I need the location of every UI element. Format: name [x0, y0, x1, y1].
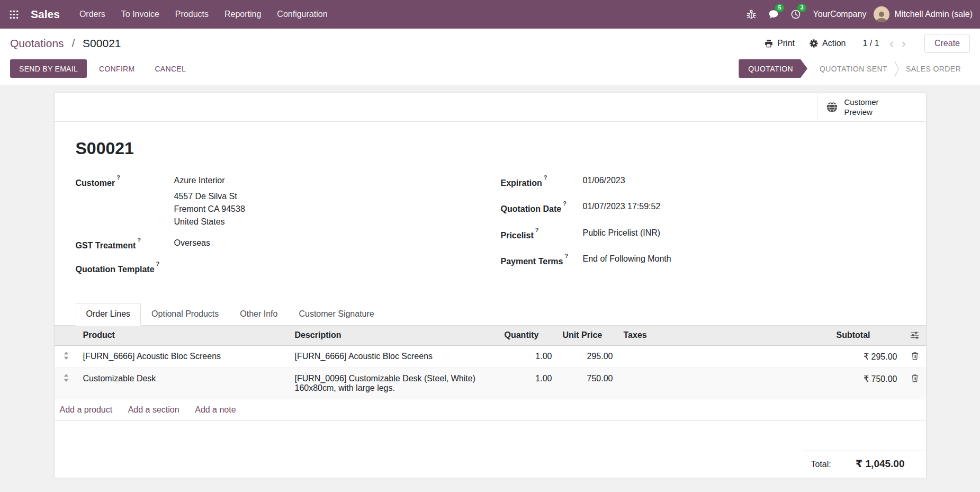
pricelist-label: Pricelist?	[501, 227, 583, 242]
gear-icon	[810, 39, 818, 48]
user-avatar	[874, 6, 889, 22]
quantity-column-header: Quantity	[499, 326, 558, 346]
pager-previous-icon[interactable]: ‹	[886, 38, 898, 49]
status-step-quotation-sent[interactable]: QUOTATION SENT	[811, 59, 896, 78]
control-panel-actions: Print Action 1 / 1 ‹	[750, 34, 970, 53]
line-subtotal-cell: ₹ 295.00	[831, 346, 903, 368]
nav-item-products[interactable]: Products	[167, 0, 217, 29]
apps-menu-button[interactable]	[0, 0, 28, 29]
statusbar: QUOTATION QUOTATION SENT SALES ORDER	[739, 59, 970, 78]
line-product-cell[interactable]: Customizable Desk	[78, 368, 290, 399]
quotation-date-label: Quotation Date?	[501, 200, 583, 216]
tab-optional-products[interactable]: Optional Products	[141, 303, 229, 325]
bug-icon	[746, 9, 757, 20]
line-product-cell[interactable]: [FURN_6666] Acoustic Bloc Screens	[78, 346, 290, 368]
help-marker: ?	[564, 253, 568, 259]
navbar-systray: 5 3 YourCompany Mitchell Admin (sale)	[740, 0, 980, 29]
apps-grid-icon	[10, 10, 19, 19]
line-description-cell[interactable]: [FURN_0096] Customizable Desk (Steel, Wh…	[290, 368, 499, 399]
drag-handle-icon	[60, 352, 73, 360]
field-expiration: Expiration? 01/06/2023	[501, 174, 905, 190]
activities-badge: 3	[797, 4, 806, 12]
expiration-value[interactable]: 01/06/2023	[583, 174, 625, 190]
customer-value[interactable]: Azure Interior 4557 De Silva St Fremont …	[174, 174, 245, 228]
line-quantity-cell[interactable]: 1.00	[499, 368, 558, 399]
add-a-product-link[interactable]: Add a product	[60, 405, 113, 414]
drag-handle[interactable]	[55, 368, 78, 399]
pricelist-value[interactable]: Public Pricelist (INR)	[583, 227, 661, 242]
optional-columns-button[interactable]	[903, 326, 927, 346]
total-amount: ₹ 1,045.00	[856, 458, 904, 470]
add-line-row: Add a product Add a section Add a note	[55, 399, 927, 421]
delete-line-button[interactable]	[903, 368, 927, 399]
send-by-email-button[interactable]: SEND BY EMAIL	[10, 59, 87, 78]
payment-terms-value[interactable]: End of Following Month	[583, 253, 671, 268]
quotation-date-value[interactable]: 01/07/2023 17:59:52	[583, 200, 661, 216]
action-menu-button[interactable]: Action	[810, 39, 846, 48]
status-step-quotation[interactable]: QUOTATION	[739, 59, 807, 78]
description-column-header: Description	[290, 326, 499, 346]
line-taxes-cell[interactable]	[618, 346, 831, 368]
add-a-note-link[interactable]: Add a note	[195, 405, 236, 414]
messages-badge: 5	[775, 4, 784, 12]
action-label: Action	[822, 39, 846, 48]
sliders-icon	[908, 332, 922, 339]
cancel-button[interactable]: CANCEL	[147, 59, 194, 78]
customer-label: Customer?	[76, 174, 174, 228]
user-menu[interactable]: Mitchell Admin (sale)	[874, 6, 973, 22]
field-payment-terms: Payment Terms? End of Following Month	[501, 253, 905, 268]
messages-button[interactable]: 5	[762, 0, 785, 29]
expiration-label: Expiration?	[501, 174, 583, 190]
line-unit-price-cell[interactable]: 750.00	[558, 368, 618, 399]
line-quantity-cell[interactable]: 1.00	[499, 346, 558, 368]
line-description-cell[interactable]: [FURN_6666] Acoustic Bloc Screens	[290, 346, 499, 368]
activities-button[interactable]: 3	[785, 0, 807, 29]
customer-name[interactable]: Azure Interior	[174, 174, 245, 187]
order-lines-table: Product Description Quantity Unit Price …	[55, 326, 927, 422]
field-quotation-date: Quotation Date? 01/07/2023 17:59:52	[501, 200, 905, 216]
nav-item-to-invoice[interactable]: To Invoice	[113, 0, 167, 29]
breadcrumb-current: S00021	[83, 37, 121, 49]
tab-order-lines[interactable]: Order Lines	[76, 303, 141, 326]
create-button[interactable]: Create	[924, 34, 970, 53]
nav-item-configuration[interactable]: Configuration	[269, 0, 335, 29]
tab-customer-signature[interactable]: Customer Signature	[288, 303, 384, 325]
field-gst-treatment: GST Treatment? Overseas	[76, 237, 501, 252]
line-taxes-cell[interactable]	[618, 368, 831, 399]
print-button[interactable]: Print	[765, 39, 795, 48]
order-totals: Total: ₹ 1,045.00	[804, 451, 926, 470]
printer-icon	[765, 39, 773, 48]
handle-column-header	[55, 326, 78, 346]
document-buttons: SEND BY EMAIL CONFIRM CANCEL	[10, 59, 194, 78]
add-a-section-link[interactable]: Add a section	[128, 405, 179, 414]
gst-treatment-value[interactable]: Overseas	[174, 237, 210, 252]
customer-preview-button[interactable]: Customer Preview	[817, 93, 926, 121]
app-brand-sales[interactable]: Sales	[28, 0, 63, 29]
trash-icon	[908, 352, 922, 360]
order-lines-header-row: Product Description Quantity Unit Price …	[55, 326, 927, 346]
tab-other-info[interactable]: Other Info	[229, 303, 288, 325]
breadcrumb: Quotations / S00021	[10, 37, 121, 50]
help-marker: ?	[544, 174, 547, 181]
line-unit-price-cell[interactable]: 295.00	[558, 346, 618, 368]
nav-item-reporting[interactable]: Reporting	[217, 0, 269, 29]
pager-value[interactable]: 1 / 1	[862, 39, 879, 48]
field-quotation-template: Quotation Template?	[76, 261, 501, 276]
company-switcher[interactable]: YourCompany	[813, 10, 867, 19]
order-line-row: [FURN_6666] Acoustic Bloc Screens [FURN_…	[55, 346, 927, 368]
delete-line-button[interactable]	[903, 346, 927, 368]
print-label: Print	[777, 39, 795, 48]
pager-next-icon[interactable]: ›	[897, 38, 910, 49]
right-field-column: Expiration? 01/06/2023 Quotation Date? 0…	[501, 174, 905, 285]
product-column-header: Product	[78, 326, 290, 346]
customer-preview-label: Customer Preview	[844, 97, 890, 118]
trash-icon	[908, 374, 922, 382]
confirm-button[interactable]: CONFIRM	[91, 59, 142, 78]
payment-terms-label: Payment Terms?	[501, 253, 583, 268]
left-field-column: Customer? Azure Interior 4557 De Silva S…	[76, 174, 501, 285]
nav-item-orders[interactable]: Orders	[71, 0, 113, 29]
status-step-sales-order[interactable]: SALES ORDER	[897, 59, 970, 78]
debug-bug-button[interactable]	[740, 0, 762, 29]
drag-handle[interactable]	[55, 346, 78, 368]
breadcrumb-quotations-link[interactable]: Quotations	[10, 37, 64, 49]
